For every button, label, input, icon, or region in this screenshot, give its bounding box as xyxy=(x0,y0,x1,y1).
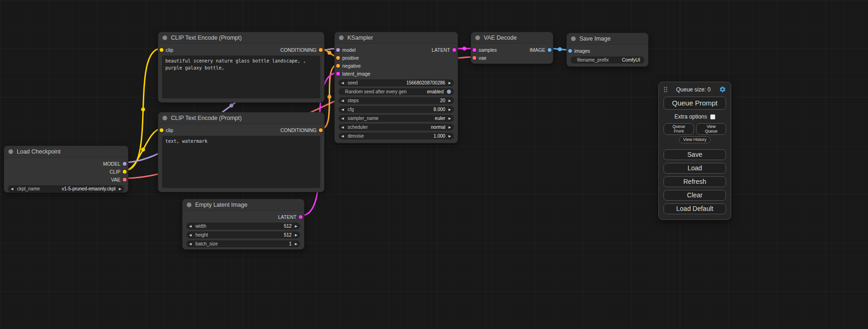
node-title-bar[interactable]: VAE Decode xyxy=(471,32,553,44)
node-title-bar[interactable]: Empty Latent Image xyxy=(183,199,304,211)
filename-prefix-widget[interactable]: filename_prefix ComfyUI xyxy=(571,56,644,63)
latent-output-slot[interactable] xyxy=(452,48,456,52)
right-arrow-icon[interactable]: ▶ xyxy=(295,242,297,245)
node-clip-text-encode-negative[interactable]: CLIP Text Encode (Prompt) clip CONDITION… xyxy=(158,112,325,192)
negative-prompt-textarea[interactable]: text, watermark xyxy=(162,136,320,188)
right-arrow-icon[interactable]: ▶ xyxy=(449,117,451,120)
left-arrow-icon[interactable]: ◀ xyxy=(341,117,344,120)
clip-output-label: CLIP xyxy=(110,169,120,175)
vae-output-slot[interactable] xyxy=(123,178,127,182)
right-arrow-icon[interactable]: ▶ xyxy=(119,187,121,190)
widget-value: 20 xyxy=(440,98,445,103)
right-arrow-icon[interactable]: ▶ xyxy=(449,99,451,102)
clear-button[interactable]: Clear xyxy=(663,190,726,201)
cfg-widget[interactable]: ◀ cfg 8.000 ▶ xyxy=(339,106,454,113)
vae-input-slot[interactable] xyxy=(473,56,476,60)
widget-label: cfg xyxy=(347,107,431,112)
collapse-dot-icon[interactable] xyxy=(162,35,167,40)
sampler-name-widget[interactable]: ◀ sampler_name euler ▶ xyxy=(339,115,454,122)
samples-input-slot[interactable] xyxy=(473,48,476,52)
denoise-widget[interactable]: ◀ denoise 1.000 ▶ xyxy=(339,133,454,140)
clip-input-label: clip xyxy=(166,47,173,53)
right-arrow-icon[interactable]: ▶ xyxy=(449,81,451,84)
node-title-bar[interactable]: Save Image xyxy=(567,33,648,45)
right-arrow-icon[interactable]: ▶ xyxy=(449,126,451,129)
settings-gear-icon[interactable] xyxy=(719,86,726,93)
node-empty-latent-image[interactable]: Empty Latent Image LATENT ◀ width 512 ▶ … xyxy=(182,199,304,250)
node-title-bar[interactable]: Load Checkpoint xyxy=(4,146,128,158)
clip-input-slot[interactable] xyxy=(160,48,163,52)
load-default-button[interactable]: Load Default xyxy=(663,203,726,214)
left-arrow-icon[interactable]: ◀ xyxy=(341,81,344,84)
node-save-image[interactable]: Save Image images filename_prefix ComfyU… xyxy=(566,33,649,67)
latent-image-input-label: latent_image xyxy=(342,71,370,77)
collapse-dot-icon[interactable] xyxy=(475,35,480,40)
widget-value: v1-5-pruned-emaonly.ckpt xyxy=(62,186,115,191)
random-seed-toggle-widget[interactable]: Random seed after every gen enabled xyxy=(339,88,454,95)
queue-actions-row: Queue Front View Queue xyxy=(663,123,726,135)
steps-widget[interactable]: ◀ steps 20 ▶ xyxy=(339,97,454,104)
collapse-dot-icon[interactable] xyxy=(162,116,167,120)
latent-output-slot[interactable] xyxy=(299,215,303,219)
widget-value: euler xyxy=(435,116,445,121)
extra-options-checkbox[interactable] xyxy=(710,114,715,119)
view-queue-button[interactable]: View Queue xyxy=(696,123,726,135)
widget-value: 1.000 xyxy=(434,133,445,139)
left-arrow-icon[interactable]: ◀ xyxy=(341,134,344,138)
image-to-save-midpoint-dot xyxy=(558,47,562,51)
negative-input-slot[interactable] xyxy=(336,64,340,68)
right-arrow-icon[interactable]: ▶ xyxy=(449,134,451,138)
positive-prompt-textarea[interactable]: beautiful scenery nature glass bottle la… xyxy=(162,56,320,98)
negative-conditioning-midpoint-dot xyxy=(327,95,331,98)
save-button[interactable]: Save xyxy=(663,149,726,160)
left-arrow-icon[interactable]: ◀ xyxy=(341,108,344,111)
load-button[interactable]: Load xyxy=(663,163,726,174)
scheduler-widget[interactable]: ◀ scheduler normal ▶ xyxy=(339,124,454,131)
refresh-button[interactable]: Refresh xyxy=(663,176,726,187)
node-clip-text-encode-positive[interactable]: CLIP Text Encode (Prompt) clip CONDITION… xyxy=(158,32,325,103)
right-arrow-icon[interactable]: ▶ xyxy=(295,224,297,228)
collapse-dot-icon[interactable] xyxy=(187,203,191,207)
ckpt-name-widget[interactable]: ◀ ckpt_name v1-5-pruned-emaonly.ckpt ▶ xyxy=(8,185,124,192)
left-arrow-icon[interactable]: ◀ xyxy=(341,126,344,129)
left-arrow-icon[interactable]: ◀ xyxy=(11,187,13,190)
node-load-checkpoint[interactable]: Load Checkpoint MODEL CLIP VAE ◀ ckpt_na… xyxy=(4,146,128,193)
toggle-dot-icon[interactable] xyxy=(447,90,451,94)
extra-options-row: Extra options xyxy=(663,113,726,120)
seed-widget[interactable]: ◀ seed 156680208700286 ▶ xyxy=(339,79,454,86)
collapse-dot-icon[interactable] xyxy=(8,149,13,154)
model-input-slot[interactable] xyxy=(336,48,340,52)
queue-prompt-button[interactable]: Queue Prompt xyxy=(663,97,726,110)
node-vae-decode[interactable]: VAE Decode samples IMAGE vae xyxy=(471,32,553,64)
drag-handle-icon[interactable] xyxy=(663,86,668,92)
node-title-bar[interactable]: CLIP Text Encode (Prompt) xyxy=(158,112,324,124)
clip-input-slot[interactable] xyxy=(160,128,163,132)
batch-size-widget[interactable]: ◀ batch_size 1 ▶ xyxy=(186,240,300,247)
conditioning-output-slot[interactable] xyxy=(319,48,323,52)
positive-input-slot[interactable] xyxy=(336,56,340,60)
image-output-slot[interactable] xyxy=(548,48,551,52)
node-title-bar[interactable]: CLIP Text Encode (Prompt) xyxy=(158,32,324,44)
right-arrow-icon[interactable]: ▶ xyxy=(449,108,451,111)
view-history-button[interactable]: View History xyxy=(679,136,711,143)
left-arrow-icon[interactable]: ◀ xyxy=(189,224,191,228)
collapse-dot-icon[interactable] xyxy=(339,35,344,40)
left-arrow-icon[interactable]: ◀ xyxy=(189,233,191,237)
node-title-bar[interactable]: KSampler xyxy=(335,32,458,44)
latent-image-input-slot[interactable] xyxy=(336,72,340,76)
node-title: CLIP Text Encode (Prompt) xyxy=(171,115,242,121)
left-arrow-icon[interactable]: ◀ xyxy=(341,99,344,102)
node-ksampler[interactable]: KSampler model LATENT positive negative … xyxy=(334,32,458,143)
conditioning-output-slot[interactable] xyxy=(319,128,323,132)
collapse-dot-icon[interactable] xyxy=(571,36,576,41)
left-arrow-icon[interactable]: ◀ xyxy=(189,242,191,245)
widget-label: width xyxy=(195,224,282,229)
images-input-slot[interactable] xyxy=(568,49,572,53)
height-widget[interactable]: ◀ height 512 ▶ xyxy=(186,231,300,238)
model-output-slot[interactable] xyxy=(123,162,127,166)
history-row: View History xyxy=(663,136,726,143)
width-widget[interactable]: ◀ width 512 ▶ xyxy=(186,223,300,230)
clip-output-slot[interactable] xyxy=(123,170,127,174)
right-arrow-icon[interactable]: ▶ xyxy=(295,233,297,237)
queue-front-button[interactable]: Queue Front xyxy=(663,123,694,135)
